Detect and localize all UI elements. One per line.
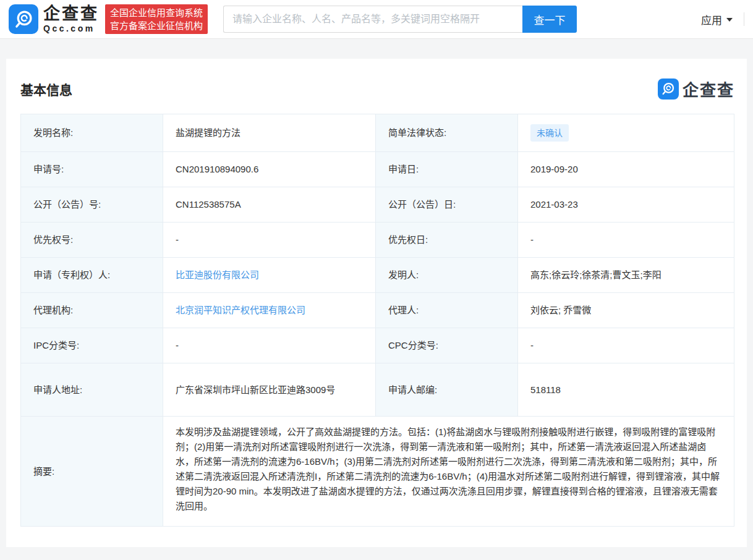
section-title: 基本信息 — [20, 80, 72, 98]
qcc-logo-icon — [9, 4, 38, 34]
field-value: CN201910894090.6 — [163, 152, 376, 187]
header-right: 应用 — [701, 12, 744, 27]
field-label: 申请（专利权）人: — [21, 258, 163, 293]
table-row: 申请人地址: 广东省深圳市坪山新区比亚迪路3009号 申请人邮编: 518118 — [21, 363, 734, 417]
abstract-text: 本发明涉及盐湖提锂领域，公开了高效盐湖提锂的方法。包括：(1)将盐湖卤水与锂吸附… — [163, 417, 734, 527]
field-value: 比亚迪股份有限公司 — [163, 258, 376, 293]
card-head: 基本信息 企查查 — [20, 77, 734, 100]
field-label: 申请日: — [376, 152, 518, 187]
field-value: 北京润平知识产权代理有限公司 — [163, 293, 376, 328]
field-label: 简单法律状态: — [376, 114, 518, 152]
table-row: IPC分类号: - CPC分类号: - — [21, 328, 734, 363]
chevron-down-icon — [726, 18, 733, 22]
legal-status-badge: 未确认 — [530, 124, 569, 142]
certification-badge-line1: 全国企业信用查询系统 — [110, 6, 203, 19]
field-value: 2021-03-23 — [518, 187, 734, 223]
field-value: 高东;徐云玲;徐茶清;曹文玉;李阳 — [518, 258, 734, 293]
field-label: 代理机构: — [21, 293, 163, 328]
certification-badge: 全国企业信用查询系统 官方备案企业征信机构 — [105, 4, 208, 34]
table-row: 摘要: 本发明涉及盐湖提锂领域，公开了高效盐湖提锂的方法。包括：(1)将盐湖卤水… — [21, 417, 734, 527]
agency-company-link[interactable]: 北京润平知识产权代理有限公司 — [176, 305, 305, 315]
table-row: 申请号: CN201910894090.6 申请日: 2019-09-20 — [21, 152, 734, 187]
search-button[interactable]: 查一下 — [522, 6, 577, 33]
qcc-watermark-text: 企查查 — [683, 77, 734, 100]
field-value: 未确认 — [518, 114, 734, 152]
field-label: 申请人地址: — [21, 363, 163, 417]
field-value: - — [518, 223, 734, 258]
field-value: - — [163, 223, 376, 258]
table-row: 申请（专利权）人: 比亚迪股份有限公司 发明人: 高东;徐云玲;徐茶清;曹文玉;… — [21, 258, 734, 293]
search-bar: 查一下 — [223, 6, 577, 33]
field-label: 发明人: — [376, 258, 518, 293]
field-value: 2019-09-20 — [518, 152, 734, 187]
logo-domain: Qcc.com — [43, 24, 99, 33]
table-row: 发明名称: 盐湖提锂的方法 简单法律状态: 未确认 — [21, 114, 734, 152]
table-row: 优先权号: - 优先权日: - — [21, 223, 734, 258]
field-value: 盐湖提锂的方法 — [163, 114, 376, 152]
field-label: 申请号: — [21, 152, 163, 187]
field-value: - — [518, 328, 734, 363]
table-row: 公开（公告）号: CN112538575A 公开（公告）日: 2021-03-2… — [21, 187, 734, 223]
applicant-company-link[interactable]: 比亚迪股份有限公司 — [176, 269, 259, 280]
field-label: 申请人邮编: — [376, 363, 518, 417]
field-label: 代理人: — [376, 293, 518, 328]
header-divider — [744, 12, 744, 26]
top-header: 企查查 Qcc.com 全国企业信用查询系统 官方备案企业征信机构 查一下 应用 — [0, 0, 753, 39]
field-value: 广东省深圳市坪山新区比亚迪路3009号 — [163, 363, 376, 417]
field-label: 摘要: — [21, 417, 163, 527]
basic-info-card: 基本信息 企查查 发明名称: 盐湖提锂的方法 简单法律状态: 未确认 — [6, 59, 747, 547]
field-value: 刘依云; 乔雪微 — [518, 293, 734, 328]
table-row: 代理机构: 北京润平知识产权代理有限公司 代理人: 刘依云; 乔雪微 — [21, 293, 734, 328]
certification-badge-line2: 官方备案企业征信机构 — [110, 19, 203, 32]
qcc-logo[interactable]: 企查查 Qcc.com — [9, 4, 99, 34]
logo-brand-name: 企查查 — [43, 6, 99, 22]
field-label: IPC分类号: — [21, 328, 163, 363]
field-value: - — [163, 328, 376, 363]
field-label: 公开（公告）号: — [21, 187, 163, 223]
search-input[interactable] — [223, 6, 522, 33]
field-label: 优先权号: — [21, 223, 163, 258]
apps-menu[interactable]: 应用 — [701, 12, 733, 27]
field-label: CPC分类号: — [376, 328, 518, 363]
field-label: 公开（公告）日: — [376, 187, 518, 223]
qcc-watermark-icon — [658, 78, 679, 100]
field-value: 518118 — [518, 363, 734, 417]
field-label: 发明名称: — [21, 114, 163, 152]
basic-info-table: 发明名称: 盐湖提锂的方法 简单法律状态: 未确认 申请号: CN2019108… — [20, 114, 734, 527]
field-value: CN112538575A — [163, 187, 376, 223]
qcc-watermark: 企查查 — [658, 77, 734, 100]
field-label: 优先权日: — [376, 223, 518, 258]
qcc-logo-text: 企查查 Qcc.com — [43, 6, 99, 33]
apps-menu-label: 应用 — [701, 12, 722, 27]
